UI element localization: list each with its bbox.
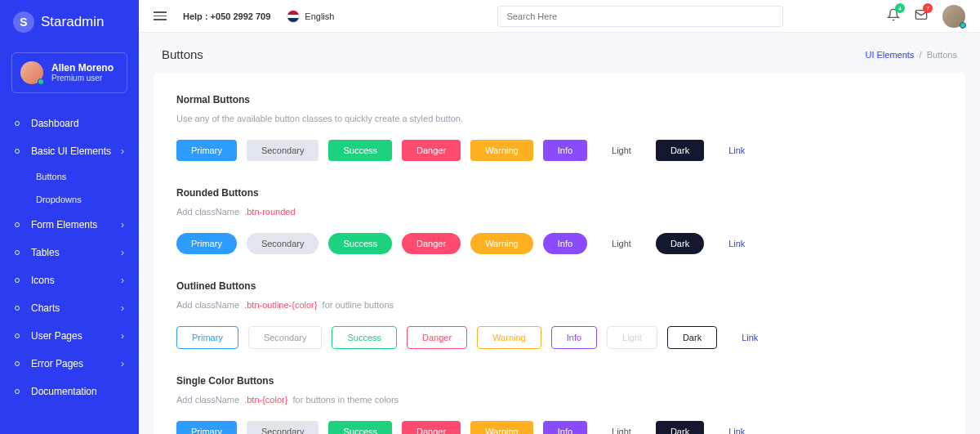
flag-icon bbox=[287, 10, 300, 23]
danger-button[interactable]: Danger bbox=[402, 421, 461, 434]
profile-avatar[interactable] bbox=[942, 5, 965, 28]
success-button[interactable]: Success bbox=[328, 233, 392, 254]
topbar: Help : +050 2992 709 English 4 7 bbox=[139, 0, 980, 33]
msg-badge: 7 bbox=[923, 3, 933, 13]
section-normal: Normal Buttons Use any of the available … bbox=[176, 94, 942, 161]
info-button[interactable]: Info bbox=[543, 233, 587, 254]
secondary-button[interactable]: Secondary bbox=[247, 140, 319, 161]
dark-button[interactable]: Dark bbox=[656, 421, 704, 434]
menu-toggle-icon[interactable] bbox=[154, 9, 167, 23]
nav: Dashboard Basic UI Elements› Buttons Dro… bbox=[0, 110, 139, 405]
section-rounded: Rounded Buttons Add className .btn-round… bbox=[176, 187, 942, 254]
help-text: Help : +050 2992 709 bbox=[183, 11, 270, 21]
info-button[interactable]: Info bbox=[543, 421, 587, 434]
user-role: Premium user bbox=[51, 74, 114, 83]
brand-name: Staradmin bbox=[41, 14, 104, 30]
search-input[interactable] bbox=[497, 6, 783, 27]
user-card[interactable]: Allen Moreno Premium user bbox=[11, 52, 127, 93]
warning-button[interactable]: Warning bbox=[470, 233, 533, 254]
section-desc: Add className .btn-outline-{color} for o… bbox=[176, 300, 942, 310]
section-desc: Add className .btn-{color} for buttons i… bbox=[176, 395, 942, 405]
primary-button[interactable]: Primary bbox=[176, 233, 237, 254]
sidebar: S Staradmin Allen Moreno Premium user Da… bbox=[0, 0, 139, 434]
chevron-right-icon: › bbox=[121, 247, 124, 258]
link-button[interactable]: Link bbox=[727, 327, 773, 348]
light-button[interactable]: Light bbox=[597, 421, 646, 434]
status-dot bbox=[38, 78, 44, 85]
section-desc: Use any of the available button classes … bbox=[176, 114, 942, 123]
notifications-icon[interactable]: 4 bbox=[887, 8, 900, 24]
primary-button[interactable]: Primary bbox=[176, 140, 237, 161]
chevron-right-icon: › bbox=[121, 358, 124, 369]
nav-documentation[interactable]: Documentation bbox=[0, 378, 139, 405]
primary-button[interactable]: Primary bbox=[176, 326, 238, 349]
nav-dashboard[interactable]: Dashboard bbox=[0, 110, 139, 137]
dark-button[interactable]: Dark bbox=[667, 326, 717, 349]
chevron-right-icon: › bbox=[121, 330, 124, 342]
chevron-right-icon: › bbox=[121, 275, 124, 286]
nav-basic-ui[interactable]: Basic UI Elements› bbox=[0, 137, 139, 165]
nav-sub-dropdowns[interactable]: Dropdowns bbox=[36, 188, 139, 211]
primary-button[interactable]: Primary bbox=[176, 421, 237, 434]
danger-button[interactable]: Danger bbox=[407, 326, 467, 349]
notif-badge: 4 bbox=[895, 3, 905, 13]
user-name: Allen Moreno bbox=[51, 62, 114, 74]
nav-error-pages[interactable]: Error Pages› bbox=[0, 350, 139, 378]
nav-user-pages[interactable]: User Pages› bbox=[0, 322, 139, 350]
messages-icon[interactable]: 7 bbox=[915, 8, 928, 24]
light-button[interactable]: Light bbox=[607, 326, 657, 349]
dark-button[interactable]: Dark bbox=[656, 233, 704, 254]
brand[interactable]: S Staradmin bbox=[0, 0, 139, 44]
crumb-parent[interactable]: UI Elements bbox=[865, 50, 914, 60]
secondary-button[interactable]: Secondary bbox=[247, 421, 319, 434]
chevron-right-icon: › bbox=[121, 219, 124, 230]
section-outlined: Outlined Buttons Add className .btn-outl… bbox=[176, 280, 942, 349]
buttons-card: Normal Buttons Use any of the available … bbox=[154, 73, 965, 434]
light-button[interactable]: Light bbox=[597, 140, 646, 161]
language-selector[interactable]: English bbox=[287, 10, 334, 23]
chevron-right-icon: › bbox=[121, 145, 124, 157]
info-button[interactable]: Info bbox=[543, 140, 587, 161]
link-button[interactable]: Link bbox=[714, 233, 760, 254]
nav-icons[interactable]: Icons› bbox=[0, 266, 139, 294]
brand-logo: S bbox=[13, 11, 34, 33]
section-title: Outlined Buttons bbox=[176, 280, 942, 292]
success-button[interactable]: Success bbox=[332, 326, 397, 349]
secondary-button[interactable]: Secondary bbox=[248, 326, 323, 349]
info-button[interactable]: Info bbox=[551, 326, 597, 349]
danger-button[interactable]: Danger bbox=[402, 140, 461, 161]
danger-button[interactable]: Danger bbox=[402, 233, 461, 254]
breadcrumb: UI Elements / Buttons bbox=[865, 50, 957, 60]
page-title: Buttons bbox=[162, 47, 203, 61]
nav-charts[interactable]: Charts› bbox=[0, 294, 139, 322]
status-dot bbox=[960, 22, 966, 29]
chevron-right-icon: › bbox=[121, 302, 124, 314]
nav-tables[interactable]: Tables› bbox=[0, 239, 139, 266]
page-header: Buttons UI Elements / Buttons bbox=[139, 33, 980, 73]
section-single-color: Single Color Buttons Add className .btn-… bbox=[176, 375, 942, 434]
section-desc: Add className .btn-rounded bbox=[176, 207, 942, 217]
section-title: Normal Buttons bbox=[176, 94, 942, 105]
warning-button[interactable]: Warning bbox=[477, 326, 541, 349]
avatar bbox=[20, 61, 43, 84]
link-button[interactable]: Link bbox=[714, 140, 760, 161]
secondary-button[interactable]: Secondary bbox=[247, 233, 319, 254]
success-button[interactable]: Success bbox=[328, 140, 392, 161]
dark-button[interactable]: Dark bbox=[656, 140, 704, 161]
light-button[interactable]: Light bbox=[597, 233, 646, 254]
warning-button[interactable]: Warning bbox=[470, 140, 533, 161]
section-title: Single Color Buttons bbox=[176, 375, 942, 387]
link-button[interactable]: Link bbox=[714, 421, 760, 434]
crumb-current: Buttons bbox=[927, 50, 957, 60]
section-title: Rounded Buttons bbox=[176, 187, 942, 199]
warning-button[interactable]: Warning bbox=[470, 421, 533, 434]
success-button[interactable]: Success bbox=[328, 421, 392, 434]
nav-sub-buttons[interactable]: Buttons bbox=[36, 165, 139, 188]
search bbox=[497, 6, 783, 27]
nav-form-elements[interactable]: Form Elements› bbox=[0, 211, 139, 239]
